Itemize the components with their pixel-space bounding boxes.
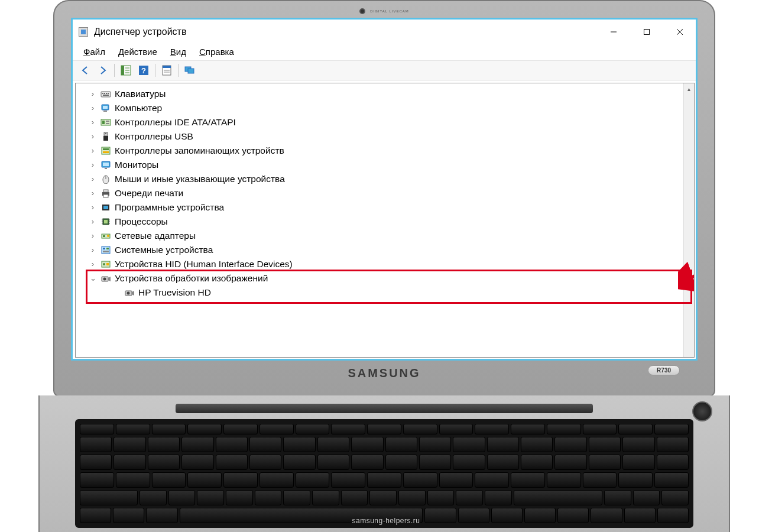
chevron-right-icon[interactable]: › [89, 102, 97, 114]
monitor-icon [100, 160, 111, 170]
tree-node[interactable]: ›Контроллеры запоминающих устройств [89, 144, 683, 158]
minimize-button[interactable] [600, 24, 627, 40]
svg-rect-58 [103, 248, 105, 249]
svg-rect-20 [106, 93, 107, 94]
tree-node[interactable]: ›Мыши и иные указывающие устройства [89, 172, 683, 186]
toolbar-monitors-button[interactable] [181, 63, 198, 78]
chevron-down-icon[interactable]: ⌄ [89, 273, 97, 284]
ide-icon [100, 118, 111, 127]
toolbar-properties-button[interactable] [158, 63, 175, 78]
menu-help[interactable]: Справка [193, 46, 240, 58]
tree-node[interactable]: ›Клавиатуры [89, 87, 683, 101]
chevron-right-icon[interactable]: › [89, 159, 97, 171]
tree-node[interactable]: ›Контроллеры IDE ATA/ATAPI [89, 115, 683, 129]
chevron-right-icon[interactable]: › [89, 88, 97, 100]
tree-node-label: Клавиатуры [115, 87, 166, 101]
tree-node[interactable]: ›Программные устройства [89, 200, 683, 215]
tree-child-node[interactable]: HP Truevision HD [112, 286, 683, 300]
tree-node[interactable]: ›Системные устройства [89, 243, 683, 257]
scrollbar-vertical[interactable]: ▴ [683, 83, 694, 357]
svg-point-56 [107, 235, 109, 237]
tree-node[interactable]: ›Процессоры [89, 215, 683, 229]
titlebar[interactable]: Диспетчер устройств [73, 20, 696, 44]
camera-icon [124, 288, 135, 297]
chevron-right-icon[interactable]: › [89, 202, 97, 213]
svg-rect-21 [108, 93, 109, 94]
toolbar-tree-button[interactable] [118, 63, 134, 78]
laptop-brand-bar: SAMSUNG R730 [71, 361, 698, 384]
laptop-lid: DIGITAL LIVECAM Диспетчер устройств [53, 0, 715, 397]
svg-point-65 [103, 278, 106, 281]
chevron-right-icon[interactable]: › [89, 258, 97, 270]
tree-node[interactable]: ›Устройства HID (Human Interface Devices… [89, 257, 683, 271]
computer-icon [100, 103, 111, 113]
tree-node[interactable]: ›Мониторы [89, 158, 683, 172]
tree-node-label: Системные устройства [115, 243, 213, 257]
svg-rect-57 [102, 246, 110, 254]
svg-rect-18 [102, 93, 103, 94]
laptop-brand: SAMSUNG [348, 366, 420, 380]
svg-rect-42 [103, 190, 108, 192]
mouse-icon [100, 174, 111, 184]
device-tree-panel: ›Клавиатуры›Компьютер›Контроллеры IDE AT… [75, 83, 695, 358]
svg-rect-5 [121, 66, 124, 75]
keyboard-icon [100, 89, 111, 99]
svg-rect-47 [104, 220, 108, 223]
chevron-right-icon[interactable]: › [89, 173, 97, 185]
toolbar-forward-button[interactable] [95, 63, 111, 78]
tree-node-label: Компьютер [115, 101, 162, 115]
toolbar-help-button[interactable]: ? [135, 63, 152, 78]
svg-point-62 [103, 263, 105, 265]
window-title: Диспетчер устройств [94, 27, 594, 37]
tree-node[interactable]: ›Компьютер [89, 101, 683, 115]
menu-action[interactable]: Действие [112, 46, 163, 58]
svg-rect-59 [106, 248, 109, 249]
tree-node[interactable]: ›Очереди печати [89, 186, 683, 200]
tree-node-label: Процессоры [115, 215, 168, 229]
svg-point-67 [127, 292, 130, 295]
tree-node[interactable]: ⌄Устройства обработки изображений [89, 271, 683, 286]
menu-view[interactable]: Вид [164, 46, 192, 58]
scroll-up-icon[interactable]: ▴ [684, 83, 694, 94]
toolbar-back-button[interactable] [77, 63, 93, 78]
svg-rect-28 [106, 121, 109, 122]
tree-node[interactable]: ›Контроллеры USB [89, 129, 683, 144]
power-button-icon [692, 401, 712, 421]
svg-rect-29 [106, 123, 109, 124]
tree-node-label: Контроллеры запоминающих устройств [115, 144, 284, 158]
svg-rect-16 [188, 69, 194, 73]
chevron-right-icon[interactable]: › [89, 230, 97, 242]
device-manager-window: Диспетчер устройств Файл Действие Вид [73, 20, 696, 359]
svg-rect-17 [101, 92, 111, 97]
chevron-right-icon[interactable]: › [89, 116, 97, 128]
device-tree[interactable]: ›Клавиатуры›Компьютер›Контроллеры IDE AT… [76, 83, 683, 357]
svg-rect-37 [103, 163, 109, 166]
svg-rect-27 [102, 121, 105, 124]
svg-rect-32 [105, 133, 106, 134]
svg-rect-12 [163, 66, 171, 68]
laptop-screen: Диспетчер устройств Файл Действие Вид [71, 18, 698, 361]
chevron-right-icon[interactable]: › [89, 244, 97, 256]
chevron-right-icon[interactable]: › [89, 216, 97, 228]
toolbar-separator [114, 64, 115, 77]
hid-icon [100, 259, 111, 269]
chevron-right-icon[interactable]: › [89, 187, 97, 199]
toolbar-separator [178, 64, 179, 77]
tree-node[interactable]: ›Сетевые адаптеры [89, 229, 683, 243]
cpu-icon [100, 217, 111, 226]
tree-node-label: Контроллеры USB [115, 129, 193, 144]
tree-node-label: HP Truevision HD [138, 286, 211, 300]
chevron-right-icon[interactable]: › [89, 145, 97, 157]
svg-rect-63 [106, 263, 109, 265]
svg-rect-35 [103, 151, 109, 153]
chevron-right-icon[interactable]: › [89, 131, 97, 142]
maximize-button[interactable] [633, 24, 660, 40]
menu-file[interactable]: Файл [77, 46, 111, 58]
camera-icon [100, 274, 111, 283]
close-button[interactable] [666, 24, 693, 40]
hinge-strip [176, 404, 593, 413]
svg-rect-60 [103, 251, 109, 252]
laptop-keyboard [75, 419, 693, 528]
usb-icon [100, 132, 111, 141]
laptop-model-badge: R730 [648, 365, 680, 375]
